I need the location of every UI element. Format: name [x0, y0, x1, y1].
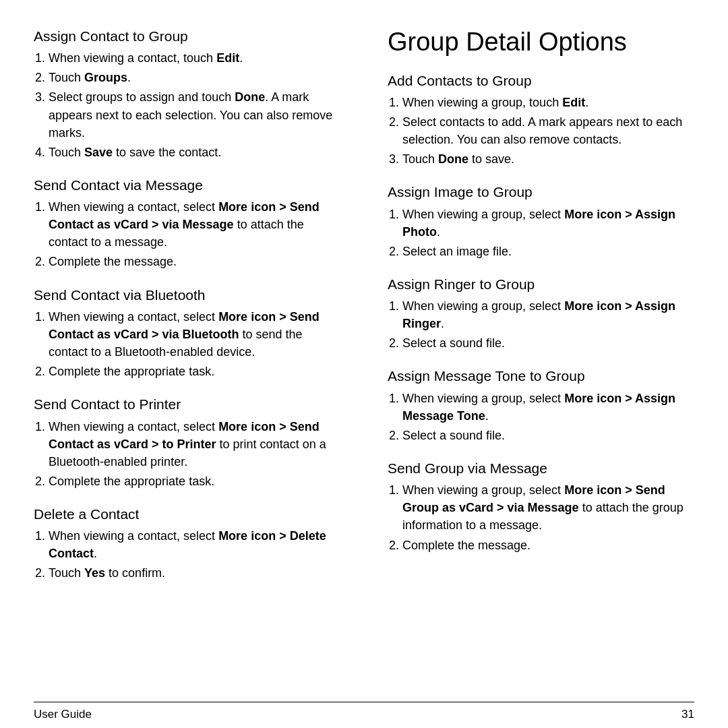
section-title-send-contact-message: Send Contact via Message — [34, 176, 340, 194]
list-item: When viewing a group, select More icon >… — [402, 297, 694, 332]
section-title-send-group-message: Send Group via Message — [388, 459, 694, 477]
list-item: Select a sound file. — [402, 427, 694, 444]
list-item: When viewing a contact, select More icon… — [49, 308, 340, 361]
section-send-contact-message: Send Contact via Message When viewing a … — [34, 176, 340, 271]
section-list-add-contacts: When viewing a group, touch Edit. Select… — [402, 94, 694, 168]
list-item: Complete the message. — [49, 253, 340, 270]
section-send-group-message: Send Group via Message When viewing a gr… — [388, 459, 694, 554]
section-list-send-contact-message: When viewing a contact, select More icon… — [49, 198, 340, 270]
list-item: Touch Yes to confirm. — [49, 564, 340, 582]
section-title-assign-ringer: Assign Ringer to Group — [388, 275, 694, 293]
section-list-send-contact-bluetooth: When viewing a contact, select More icon… — [49, 308, 340, 380]
section-assign-contact: Assign Contact to Group When viewing a c… — [34, 27, 340, 161]
list-item: When viewing a contact, touch Edit. — [49, 49, 340, 67]
section-list-delete-contact: When viewing a contact, select More icon… — [49, 527, 340, 582]
list-item: When viewing a contact, select More icon… — [49, 198, 340, 251]
list-item: Select groups to assign and touch Done. … — [49, 88, 340, 141]
section-title-assign-message-tone: Assign Message Tone to Group — [388, 367, 694, 385]
section-send-contact-printer: Send Contact to Printer When viewing a c… — [34, 395, 340, 490]
list-item: Touch Done to save. — [402, 150, 694, 168]
section-title-send-contact-bluetooth: Send Contact via Bluetooth — [34, 286, 340, 304]
page-title: Group Detail Options — [388, 27, 694, 58]
list-item: Touch Save to save the contact. — [49, 144, 340, 161]
right-column: Group Detail Options Add Contacts to Gro… — [381, 27, 694, 695]
left-column: Assign Contact to Group When viewing a c… — [34, 27, 354, 695]
footer: User Guide 31 — [34, 702, 694, 728]
list-item: When viewing a group, select More icon >… — [402, 390, 694, 425]
list-item: Select an image file. — [402, 243, 694, 260]
list-item: Complete the appropriate task. — [49, 363, 340, 380]
section-list-assign-ringer: When viewing a group, select More icon >… — [402, 297, 694, 352]
section-list-send-group-message: When viewing a group, select More icon >… — [402, 481, 694, 553]
list-item: Select contacts to add. A mark appears n… — [402, 113, 694, 148]
section-title-send-contact-printer: Send Contact to Printer — [34, 395, 340, 413]
section-list-assign-message-tone: When viewing a group, select More icon >… — [402, 390, 694, 444]
section-assign-message-tone: Assign Message Tone to Group When viewin… — [388, 367, 694, 444]
section-assign-ringer: Assign Ringer to Group When viewing a gr… — [388, 275, 694, 353]
list-item: When viewing a group, select More icon >… — [402, 481, 694, 534]
section-title-assign-contact: Assign Contact to Group — [34, 27, 340, 45]
footer-page: 31 — [681, 708, 694, 721]
list-item: When viewing a group, touch Edit. — [402, 94, 694, 111]
list-item: When viewing a group, select More icon >… — [402, 206, 694, 241]
section-delete-contact: Delete a Contact When viewing a contact,… — [34, 505, 340, 582]
section-title-add-contacts: Add Contacts to Group — [388, 71, 694, 90]
list-item: Complete the appropriate task. — [49, 473, 340, 490]
list-item: When viewing a contact, select More icon… — [49, 418, 340, 471]
section-list-assign-image: When viewing a group, select More icon >… — [402, 206, 694, 260]
page: Assign Contact to Group When viewing a c… — [0, 0, 728, 728]
list-item: Complete the message. — [402, 537, 694, 554]
list-item: Select a sound file. — [402, 334, 694, 352]
section-add-contacts: Add Contacts to Group When viewing a gro… — [388, 71, 694, 169]
section-send-contact-bluetooth: Send Contact via Bluetooth When viewing … — [34, 286, 340, 381]
section-assign-image: Assign Image to Group When viewing a gro… — [388, 183, 694, 260]
section-title-assign-image: Assign Image to Group — [388, 183, 694, 201]
section-list-send-contact-printer: When viewing a contact, select More icon… — [49, 418, 340, 490]
footer-label: User Guide — [34, 708, 92, 721]
section-list-assign-contact: When viewing a contact, touch Edit. Touc… — [49, 49, 340, 161]
content-area: Assign Contact to Group When viewing a c… — [34, 27, 694, 695]
list-item: When viewing a contact, select More icon… — [49, 527, 340, 562]
section-title-delete-contact: Delete a Contact — [34, 505, 340, 523]
list-item: Touch Groups. — [49, 69, 340, 86]
